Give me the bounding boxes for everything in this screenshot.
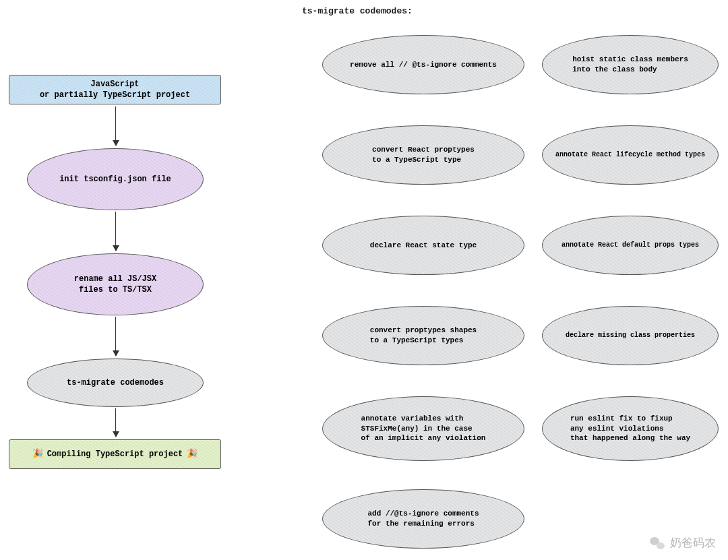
codemod-l0-label: remove all // @ts-ignore comments xyxy=(350,60,497,70)
codemod-r4: run eslint fix to fixup any eslint viola… xyxy=(542,396,719,461)
codemod-r4-label: run eslint fix to fixup any eslint viola… xyxy=(570,414,690,444)
flow-arrow-3 xyxy=(115,317,116,356)
flow-start-label: JavaScript or partially TypeScript proje… xyxy=(40,79,190,100)
flow-arrow-2 xyxy=(115,212,116,251)
diagram-title: ts-migrate codemodes: xyxy=(302,6,413,16)
codemod-r0-label: hoist static class members into the clas… xyxy=(572,55,688,75)
codemod-l3-label: convert proptypes shapes to a TypeScript… xyxy=(370,325,477,346)
flow-end-box: 🎉 Compiling TypeScript project 🎉 xyxy=(9,439,221,469)
flow-step1-label: init tsconfig.json file xyxy=(59,174,171,185)
party-icon: 🎉 xyxy=(187,448,198,460)
codemod-l2-label: declare React state type xyxy=(370,241,477,251)
flow-end-label: 🎉 Compiling TypeScript project 🎉 xyxy=(30,448,201,460)
codemod-r2: annotate React default props types xyxy=(542,216,719,275)
flow-step3-ellipse: ts-migrate codemodes xyxy=(27,359,204,407)
codemod-l5-label: add //@ts-ignore comments for the remain… xyxy=(367,509,479,529)
codemod-l1-label: convert React proptypes to a TypeScript … xyxy=(372,145,475,165)
codemod-r0: hoist static class members into the clas… xyxy=(542,35,719,94)
watermark-text: 奶爸码农 xyxy=(670,535,716,551)
codemod-l4-label: annotate variables with $TSFixMe(any) in… xyxy=(361,414,486,444)
codemod-l5: add //@ts-ignore comments for the remain… xyxy=(322,489,524,549)
flow-step2-ellipse: rename all JS/JSX files to TS/TSX xyxy=(27,253,204,315)
codemod-l0: remove all // @ts-ignore comments xyxy=(322,35,524,94)
flow-step3-label: ts-migrate codemodes xyxy=(67,377,164,388)
flow-step2-label: rename all JS/JSX files to TS/TSX xyxy=(74,274,156,295)
codemod-l2: declare React state type xyxy=(322,216,524,275)
flow-end-text: Compiling TypeScript project xyxy=(47,449,183,460)
codemod-r1-label: annotate React lifecycle method types xyxy=(555,150,705,160)
codemod-l1: convert React proptypes to a TypeScript … xyxy=(322,125,524,185)
flow-start-box: JavaScript or partially TypeScript proje… xyxy=(9,75,221,104)
codemod-r3-label: declare missing class properties xyxy=(566,331,695,340)
codemod-r1: annotate React lifecycle method types xyxy=(542,125,719,185)
codemod-r2-label: annotate React default props types xyxy=(562,241,699,250)
party-icon: 🎉 xyxy=(32,448,43,460)
codemod-l3: convert proptypes shapes to a TypeScript… xyxy=(322,306,524,365)
flow-arrow-4 xyxy=(115,408,116,437)
codemod-l4: annotate variables with $TSFixMe(any) in… xyxy=(322,396,524,461)
wechat-icon xyxy=(650,537,665,549)
flow-step1-ellipse: init tsconfig.json file xyxy=(27,148,204,210)
flow-arrow-1 xyxy=(115,106,116,146)
watermark: 奶爸码农 xyxy=(650,535,716,551)
codemod-r3: declare missing class properties xyxy=(542,306,719,365)
